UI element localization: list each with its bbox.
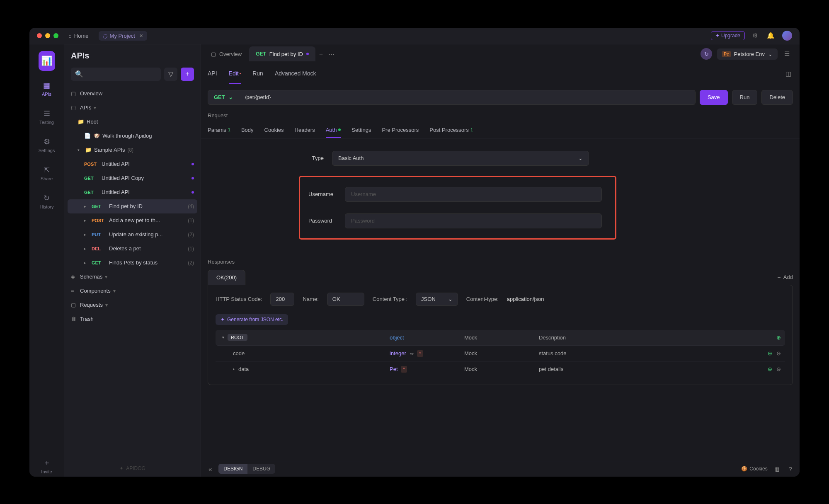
subtab-edit[interactable]: Edit• xyxy=(229,64,241,84)
tree-item[interactable]: ▸ POST Add a new pet to th... (1) xyxy=(68,213,197,228)
project-tab[interactable]: ◌ My Project ✕ xyxy=(99,31,147,41)
desc-cell[interactable]: status code xyxy=(539,350,756,356)
run-button[interactable]: Run xyxy=(732,90,758,105)
field-type[interactable]: integer xyxy=(390,350,406,356)
tree-overview[interactable]: ▢ Overview xyxy=(68,87,197,101)
content-type-select[interactable]: JSON ⌄ xyxy=(416,293,458,306)
auth-type-select[interactable]: Basic Auth ⌄ xyxy=(332,151,589,166)
menu-button[interactable]: ☰ xyxy=(783,48,791,59)
add-field-icon[interactable]: ⊕ xyxy=(768,350,772,356)
subtab-api[interactable]: API xyxy=(208,64,217,84)
field-name[interactable]: code xyxy=(233,350,245,356)
tree-item[interactable]: ▸ DEL Deletes a pet (1) xyxy=(68,242,197,256)
upgrade-button[interactable]: ✦ Upgrade xyxy=(711,31,745,40)
rail-settings[interactable]: ⚙ Settings xyxy=(34,135,59,155)
tree-item-selected[interactable]: ▸ GET Find pet by ID (4) xyxy=(68,199,197,213)
design-mode[interactable]: DESIGN xyxy=(218,464,247,474)
add-button[interactable]: ＋ xyxy=(181,68,194,81)
home-button[interactable]: ⌂ Home xyxy=(64,31,93,41)
search-input[interactable]: 🔍 xyxy=(71,68,161,81)
subtab-mock[interactable]: Advanced Mock xyxy=(275,64,316,84)
tree-sample-group[interactable]: ▾ 📁 Sample APIs (8) xyxy=(68,143,197,157)
username-input[interactable] xyxy=(345,187,602,202)
bell-icon[interactable]: 🔔 xyxy=(765,30,776,41)
tab-overview[interactable]: ▢ Overview xyxy=(204,46,248,61)
mock-cell[interactable]: Mock xyxy=(464,366,539,372)
reqtab-cookies[interactable]: Cookies xyxy=(264,123,284,138)
panel-icon[interactable]: ◫ xyxy=(784,68,793,79)
generate-button[interactable]: ✦ Generate from JSON etc. xyxy=(216,314,288,325)
password-input[interactable] xyxy=(345,213,602,228)
close-window-icon[interactable] xyxy=(37,33,42,38)
close-tab-icon[interactable]: ✕ xyxy=(139,33,143,39)
expand-icon[interactable]: ▸ xyxy=(233,367,235,371)
filter-button[interactable]: ▽ xyxy=(164,68,177,81)
rail-share[interactable]: ⇱ Share xyxy=(34,163,59,184)
method-badge: POST xyxy=(84,162,99,167)
reqtab-post[interactable]: Post Processors 1 xyxy=(429,123,473,138)
remove-field-icon[interactable]: ⊖ xyxy=(776,366,781,372)
response-name-input[interactable] xyxy=(327,293,364,306)
maximize-window-icon[interactable] xyxy=(53,33,58,38)
trash-icon[interactable]: 🗑 xyxy=(773,464,782,474)
url-input[interactable]: /pet/{petId} xyxy=(239,90,696,105)
rail-testing[interactable]: ☰ Testing xyxy=(34,107,59,127)
reqtab-headers[interactable]: Headers xyxy=(295,123,315,138)
tree-root-folder[interactable]: 📁 Root xyxy=(68,115,197,129)
more-tabs-button[interactable]: ⋯ xyxy=(327,48,336,59)
tree-components[interactable]: ≡ Components ▾ xyxy=(68,284,197,298)
add-field-icon[interactable]: ⊕ xyxy=(776,334,781,341)
tree-item[interactable]: ▸ PUT Update an existing p... (2) xyxy=(68,228,197,242)
mock-cell[interactable]: Mock xyxy=(464,350,539,356)
add-response-button[interactable]: ＋ Add xyxy=(776,270,793,285)
subtab-run[interactable]: Run xyxy=(252,64,263,84)
env-badge: Pe xyxy=(722,51,730,57)
reqtab-body[interactable]: Body xyxy=(241,123,254,138)
tree-apis-root[interactable]: ⬚ APIs ▾ xyxy=(68,101,197,115)
help-icon[interactable]: ? xyxy=(787,464,794,474)
desc-cell[interactable]: pet details xyxy=(539,366,756,372)
collapse-panel-icon[interactable]: « xyxy=(207,464,213,474)
method-select[interactable]: GET ⌄ xyxy=(208,90,239,105)
field-name[interactable]: data xyxy=(238,366,249,372)
rail-history[interactable]: ↻ History xyxy=(34,191,59,212)
rail-apis[interactable]: ▦ APIs xyxy=(34,78,59,99)
method-badge: GET xyxy=(92,260,107,265)
avatar[interactable] xyxy=(782,31,792,41)
tree-item[interactable]: GET Untitled API xyxy=(68,185,197,199)
cookies-button[interactable]: 🍪 Cookies xyxy=(741,466,767,472)
tree-item[interactable]: GET Untitled API Copy xyxy=(68,171,197,185)
tree-requests[interactable]: ▢ Requests ▾ xyxy=(68,298,197,312)
tab-current[interactable]: GET Find pet by ID xyxy=(249,46,315,61)
tree-item[interactable]: ▸ GET Finds Pets by status (2) xyxy=(68,256,197,270)
rail-invite[interactable]: ＋ Invite xyxy=(34,455,59,477)
document-tabs: ▢ Overview GET Find pet by ID ＋ ⋯ ↻ Pe P… xyxy=(201,44,800,64)
search-icon: 🔍 xyxy=(75,70,83,78)
tree-walk[interactable]: 📄 🐶 Walk through Apidog xyxy=(68,129,197,143)
tree-schemas[interactable]: ◈ Schemas ▾ xyxy=(68,270,197,284)
reqtab-settings[interactable]: Settings xyxy=(351,123,371,138)
field-type[interactable]: Pet xyxy=(390,366,398,372)
tree-item[interactable]: POST Untitled API xyxy=(68,157,197,171)
debug-mode[interactable]: DEBUG xyxy=(247,464,275,474)
wand-icon: ✦ xyxy=(221,317,225,322)
env-select[interactable]: Pe Petstore Env ⌄ xyxy=(717,48,778,60)
add-field-icon[interactable]: ⊕ xyxy=(768,366,772,372)
delete-button[interactable]: Delete xyxy=(761,90,793,105)
reqtab-pre[interactable]: Pre Processors xyxy=(382,123,419,138)
reqtab-params[interactable]: Params 1 xyxy=(208,123,230,138)
collapse-icon[interactable]: ▾ xyxy=(222,335,224,339)
tree-trash[interactable]: 🗑 Trash xyxy=(68,312,197,326)
refresh-button[interactable]: ↻ xyxy=(701,48,712,60)
link-icon[interactable]: ⇔ xyxy=(410,351,414,356)
save-button[interactable]: Save xyxy=(700,90,728,105)
remove-field-icon[interactable]: ⊖ xyxy=(776,350,781,356)
modified-dot-icon xyxy=(191,177,194,179)
settings-icon[interactable]: ⚙ xyxy=(751,30,759,41)
status-code-input[interactable] xyxy=(270,293,294,306)
add-tab-button[interactable]: ＋ xyxy=(316,48,326,60)
reqtab-auth[interactable]: Auth xyxy=(326,123,341,138)
minimize-window-icon[interactable] xyxy=(45,33,50,38)
app-logo[interactable]: 📊 xyxy=(39,51,55,71)
response-tab[interactable]: OK(200) xyxy=(208,270,245,285)
